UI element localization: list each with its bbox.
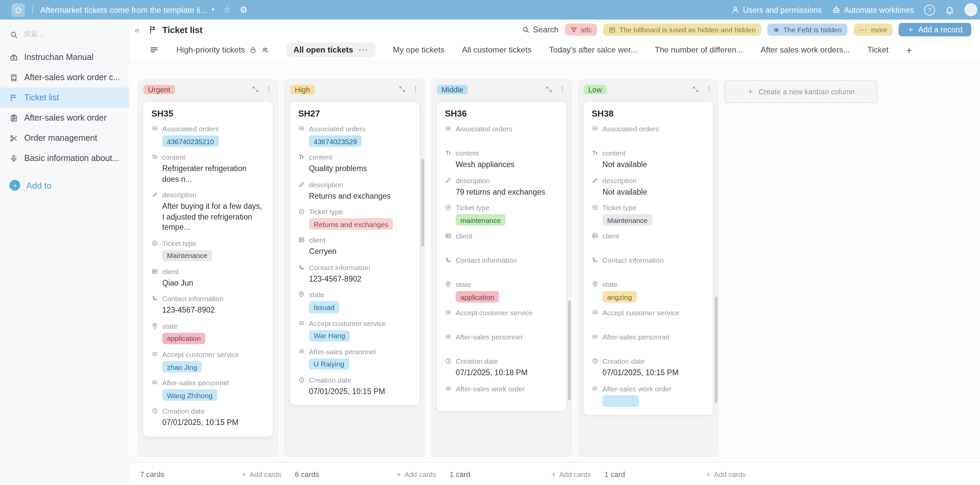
view-tab[interactable]: All open tickets··· — [287, 42, 375, 57]
field-label-row: Creation date — [445, 357, 558, 365]
field-label: After-sales work order — [456, 384, 525, 393]
field-list-icon — [151, 351, 158, 358]
field-label: Associated orders — [162, 124, 219, 133]
card-field: Ticket typeReturns and exchanges — [298, 207, 411, 230]
column-scrollbar[interactable] — [422, 159, 424, 247]
sidebar-item-basic-information-about[interactable]: Basic information about... — [0, 148, 129, 168]
column-menu-button[interactable] — [705, 86, 713, 93]
notifications-button[interactable] — [945, 5, 955, 14]
column-menu-button[interactable] — [265, 86, 273, 93]
collapse-column-button[interactable] — [398, 86, 406, 93]
star-icon[interactable]: ☆ — [223, 5, 231, 15]
field-label-row: state — [151, 322, 264, 330]
field-value: Qiao Jun — [162, 278, 264, 289]
gear-icon[interactable]: ⚙ — [240, 5, 247, 15]
field-label: After-sales personnel — [602, 333, 669, 341]
card-field: Accept customer serviceWar Hang — [298, 319, 411, 341]
help-button[interactable]: ? — [924, 5, 935, 15]
add-view-button[interactable]: + — [906, 44, 912, 56]
toolbar-badge[interactable]: stfc — [565, 24, 597, 36]
field-chip: Returns and exchanges — [309, 218, 393, 230]
sidebar-search[interactable]: 搜索... — [10, 30, 120, 39]
avatar[interactable] — [964, 3, 977, 16]
tab-menu-icon[interactable]: ··· — [358, 45, 369, 54]
sidebar-item-ticket-list[interactable]: Ticket list — [0, 88, 129, 108]
plus-icon — [907, 26, 914, 33]
field-label-row: description — [445, 176, 558, 184]
view-tab[interactable]: High-priority tickets — [177, 45, 269, 54]
card-field: Associated orders — [592, 124, 705, 143]
add-cards-button[interactable]: Add cards — [395, 470, 436, 478]
view-tab[interactable]: Ticket — [867, 45, 888, 54]
kanban-card[interactable]: SH36Associated ordersTrcontentWesh appli… — [436, 101, 567, 412]
add-record-button[interactable]: Add a record — [899, 23, 971, 37]
view-tab[interactable]: My ope tickets — [393, 45, 444, 54]
kanban-board: UrgentSH35Associated orders436740235210T… — [137, 79, 878, 457]
add-cards-button[interactable]: Add cards — [705, 470, 746, 478]
kanban-card[interactable]: SH27Associated orders43674023529Trconten… — [290, 101, 420, 406]
collapse-column-button[interactable] — [252, 86, 259, 93]
add-table-button[interactable]: Add to — [10, 180, 129, 191]
add-cards-button[interactable]: Add cards — [550, 470, 591, 478]
column-footer: 7 cardsAdd cards — [137, 470, 287, 478]
column-scrollbar[interactable] — [715, 297, 718, 403]
collapse-icon — [545, 86, 553, 93]
view-tab[interactable]: Today's after salce wer... — [549, 45, 637, 54]
search-label: Search — [533, 25, 558, 34]
flag-icon — [149, 25, 158, 34]
sidebar-item-after-sales-work-order[interactable]: After-sales work order — [0, 108, 129, 128]
column-body: SH35Associated orders436740235210Trconte… — [143, 101, 273, 457]
view-list-button[interactable] — [150, 45, 159, 54]
sidebar-item-after-sales-work-order-c[interactable]: After-sales work order c... — [0, 67, 129, 88]
plus-icon — [10, 180, 20, 191]
field-label-row: After-sales personnel — [151, 379, 264, 387]
field-label-row: description — [151, 191, 264, 199]
toolbar-badge[interactable]: The Fefd is hidden — [767, 24, 847, 36]
sidebar-item-instruchan-manual[interactable]: Instruchan Manual — [0, 47, 129, 67]
card-title: SH35 — [151, 108, 264, 118]
field-label-row: Trcontent — [445, 149, 558, 157]
collapse-sidebar-button[interactable]: « — [135, 25, 139, 35]
column-menu-button[interactable] — [412, 86, 419, 93]
chevron-down-icon[interactable]: ▾ — [212, 7, 215, 13]
field-pen-icon — [592, 177, 598, 183]
field-list-icon — [151, 380, 158, 386]
field-value: 07/01/2025, 10:15 PM — [162, 418, 264, 428]
document-title[interactable]: Aftermarket tickets come from the templa… — [40, 5, 207, 14]
search-icon — [522, 26, 530, 34]
column-menu-button[interactable] — [558, 86, 566, 93]
add-cards-button[interactable]: Add cards — [240, 470, 282, 478]
view-tab[interactable]: The number of differen... — [655, 45, 743, 54]
collapse-column-button[interactable] — [692, 86, 699, 93]
kebab-icon — [265, 86, 273, 93]
kanban-card[interactable]: SH35Associated orders436740235210Trconte… — [143, 101, 273, 437]
home-button[interactable] — [11, 3, 25, 16]
view-tab[interactable]: All customer tickets — [462, 45, 532, 54]
topbar-action-robot[interactable]: Automate worktimes — [832, 5, 914, 14]
field-label: content — [162, 153, 185, 161]
topbar-action-person[interactable]: Users and permissions — [731, 5, 822, 14]
sidebar-item-order-management[interactable]: Order management — [0, 128, 129, 148]
field-label-row: Associated orders — [298, 124, 411, 133]
field-label: Contact information — [162, 295, 223, 303]
field-empty-value — [592, 240, 705, 250]
field-empty-value — [445, 341, 558, 351]
field-label: Ticket type — [309, 207, 343, 215]
toolbar-badge[interactable]: The billboard is iused as hidden and hid… — [603, 24, 761, 36]
create-column-button[interactable]: Create a new kanban column — [724, 80, 878, 103]
card-field: descriptionReturns and exchanges — [298, 180, 411, 201]
field-label: Accept customer service — [309, 319, 386, 327]
column-scrollbar[interactable] — [568, 300, 571, 400]
field-label-row: Contact information — [151, 295, 264, 303]
bell-icon — [945, 5, 955, 14]
view-tab[interactable]: After sales work orders... — [760, 45, 850, 54]
search-button[interactable]: Search — [522, 25, 558, 34]
toolbar-badge[interactable]: ···more — [853, 24, 892, 36]
field-empty-value — [445, 264, 558, 274]
field-label-row: Trcontent — [592, 149, 705, 157]
kanban-card[interactable]: SH38Associated ordersTrcontentNot availa… — [583, 101, 713, 416]
field-label: client — [309, 236, 325, 244]
collapse-column-button[interactable] — [545, 86, 553, 93]
field-label: Creation date — [309, 376, 352, 384]
field-label-row: Ticket type — [298, 207, 411, 215]
